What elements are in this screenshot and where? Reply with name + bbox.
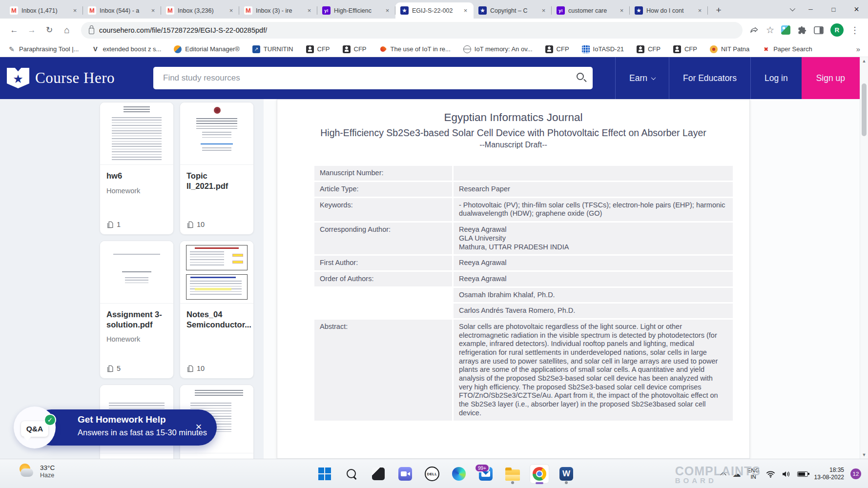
share-icon[interactable] bbox=[749, 25, 759, 35]
bookmark-use-of-iot[interactable]: The use of IoT in re... bbox=[379, 45, 451, 53]
row-value: Carlos Andrés Tavera Romero, Ph.D. bbox=[454, 304, 733, 318]
extension-icon[interactable] bbox=[781, 25, 790, 35]
tab-close-icon[interactable] bbox=[696, 6, 704, 15]
onedrive-cloud-icon[interactable] bbox=[733, 469, 741, 479]
chrome-button[interactable] bbox=[530, 464, 549, 484]
bookmark-label: Editorial Manager® bbox=[185, 45, 239, 53]
task-view-button[interactable] bbox=[369, 464, 388, 484]
bookmarks-overflow-icon[interactable] bbox=[856, 45, 860, 53]
bookmark-extended-boost[interactable]: extended boost z s... bbox=[91, 45, 161, 53]
bookmark-cfp-5[interactable]: CFP bbox=[673, 45, 697, 53]
page-scrollbar[interactable] bbox=[860, 57, 868, 459]
window-minimize-button[interactable] bbox=[799, 0, 822, 19]
cfp-icon bbox=[545, 45, 553, 53]
start-button[interactable] bbox=[315, 464, 334, 484]
taskbar-search-button[interactable] bbox=[342, 464, 361, 484]
mail-button[interactable]: 99+ bbox=[476, 464, 496, 484]
bookmark-iotasd[interactable]: IoTASD-21 bbox=[582, 45, 624, 53]
teams-button[interactable] bbox=[395, 464, 415, 484]
card-category: Homework bbox=[106, 187, 167, 195]
coursehero-logo[interactable]: ★ Course Hero bbox=[7, 68, 142, 88]
tab-close-icon[interactable] bbox=[461, 6, 470, 15]
bookmark-cfp-3[interactable]: CFP bbox=[545, 45, 569, 53]
document-card-topic-ii[interactable]: Topic II_2021.pdf 10 bbox=[180, 102, 254, 235]
bookmark-star-icon[interactable] bbox=[766, 24, 774, 36]
reload-button[interactable] bbox=[42, 23, 57, 38]
search-icon bbox=[346, 468, 357, 479]
browser-tab-copyright[interactable]: Copyright – C bbox=[474, 2, 552, 19]
side-panel-icon[interactable] bbox=[814, 26, 824, 35]
dell-app-button[interactable]: DELL bbox=[422, 464, 442, 484]
bookmark-paraphrasing-tool[interactable]: Paraphrasing Tool |... bbox=[8, 45, 79, 53]
home-button[interactable] bbox=[60, 23, 74, 38]
browser-tab-customer-care[interactable]: customer care bbox=[552, 2, 630, 19]
tab-close-icon[interactable] bbox=[305, 6, 313, 15]
extensions-puzzle-icon[interactable] bbox=[797, 25, 807, 35]
bookmark-editorial-manager[interactable]: Editorial Manager® bbox=[174, 45, 239, 53]
clock-widget[interactable]: 18:35 13-08-2022 bbox=[814, 467, 844, 481]
bookmark-cfp-1[interactable]: CFP bbox=[306, 45, 330, 53]
browser-tab-how-do-i[interactable]: How do I cont bbox=[630, 2, 708, 19]
browser-tab-inbox-3[interactable]: Inbox (3) - ire bbox=[239, 2, 317, 19]
gmail-icon bbox=[10, 6, 18, 15]
volume-icon[interactable] bbox=[782, 470, 791, 478]
url-text[interactable]: coursehero.com/file/157287229/EGIJ-S-22-… bbox=[99, 26, 267, 34]
bookmark-cfp-2[interactable]: CFP bbox=[343, 45, 367, 53]
document-card-hw6[interactable]: hw6 Homework 1 bbox=[100, 102, 174, 235]
browser-tab-inbox-3236[interactable]: Inbox (3,236) bbox=[161, 2, 239, 19]
bookmark-iot-memory[interactable]: IoT memory: An ov... bbox=[463, 45, 533, 53]
back-button[interactable] bbox=[7, 23, 21, 38]
scroll-down-arrow[interactable] bbox=[860, 451, 868, 459]
tab-close-icon[interactable] bbox=[618, 6, 626, 15]
row-value bbox=[454, 166, 733, 181]
row-value: Reeya Agrawal GLA University Mathura, UT… bbox=[454, 223, 733, 254]
scroll-up-arrow[interactable] bbox=[860, 57, 868, 65]
tab-close-icon[interactable] bbox=[539, 6, 548, 15]
lock-icon[interactable] bbox=[89, 28, 94, 34]
word-button[interactable]: W bbox=[557, 464, 576, 484]
edge-button[interactable] bbox=[449, 464, 469, 484]
wifi-icon[interactable] bbox=[766, 470, 775, 478]
forward-button[interactable] bbox=[24, 23, 39, 38]
window-maximize-button[interactable] bbox=[822, 0, 845, 19]
search-icon[interactable] bbox=[577, 73, 584, 80]
tray-overflow-chevron-icon[interactable] bbox=[720, 472, 726, 478]
battery-icon[interactable] bbox=[797, 471, 808, 477]
bookmark-nit-patna[interactable]: NIT Patna bbox=[710, 45, 749, 53]
popup-close-icon[interactable] bbox=[192, 421, 205, 433]
search-input[interactable] bbox=[153, 67, 593, 89]
tab-close-icon[interactable] bbox=[227, 6, 235, 15]
bookmark-cfp-4[interactable]: CFP bbox=[637, 45, 661, 53]
tab-close-icon[interactable] bbox=[383, 6, 392, 15]
document-card-assignment-3[interactable]: Assignment 3-solution.pdf Homework 5 bbox=[100, 241, 174, 379]
language-indicator[interactable]: ENG IN bbox=[747, 468, 760, 480]
new-tab-button[interactable] bbox=[712, 3, 725, 17]
scrollbar-thumb[interactable] bbox=[862, 83, 867, 136]
dell-logo-icon: DELL bbox=[425, 467, 439, 481]
tab-search-chevron-icon[interactable] bbox=[785, 0, 799, 19]
menu-kebab-icon[interactable] bbox=[850, 25, 859, 36]
profile-avatar[interactable]: R bbox=[830, 23, 844, 37]
tab-close-icon[interactable] bbox=[71, 6, 79, 15]
browser-tab-egij-active[interactable]: EGIJ-S-22-002 bbox=[395, 2, 474, 19]
bookmark-turnitin[interactable]: TURNITIN bbox=[252, 45, 293, 53]
browser-tab-inbox-544[interactable]: Inbox (544) - a bbox=[83, 2, 161, 19]
address-bar[interactable]: coursehero.com/file/157287229/EGIJ-S-22-… bbox=[81, 22, 743, 39]
nav-earn-button[interactable]: Earn bbox=[615, 57, 669, 99]
bookmark-label: CFP bbox=[354, 45, 367, 53]
bookmark-paper-search[interactable]: Paper Search bbox=[762, 45, 812, 53]
window-close-button[interactable] bbox=[845, 0, 868, 19]
nav-log-in-button[interactable]: Log in bbox=[750, 57, 802, 99]
file-explorer-button[interactable] bbox=[503, 464, 522, 484]
row-label: Keywords: bbox=[314, 198, 452, 221]
weather-widget[interactable]: 33°C Haze bbox=[19, 464, 55, 479]
browser-tab-high-efficiency[interactable]: High-Efficienc bbox=[317, 2, 395, 19]
document-card-notes-04[interactable]: Notes_04 Semiconductor... 10 bbox=[180, 241, 254, 379]
nav-for-educators-button[interactable]: For Educators bbox=[669, 57, 750, 99]
nav-sign-up-button[interactable]: Sign up bbox=[802, 57, 860, 99]
tab-close-icon[interactable] bbox=[149, 6, 157, 15]
card-title: Topic II_2021.pdf bbox=[186, 171, 247, 191]
browser-tab-inbox-1471[interactable]: Inbox (1,471) bbox=[5, 2, 83, 19]
notification-badge[interactable]: 12 bbox=[850, 468, 861, 479]
running-indicator bbox=[511, 481, 514, 484]
